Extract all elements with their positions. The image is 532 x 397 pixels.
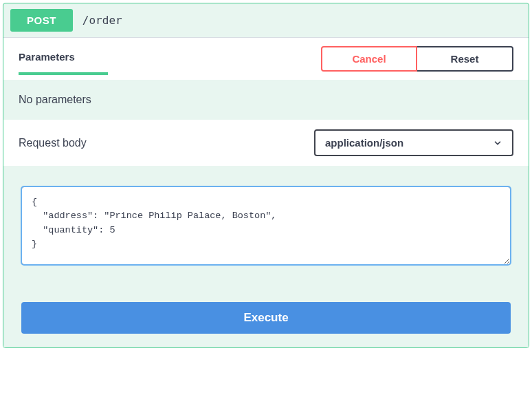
execute-button[interactable]: Execute [21,302,511,334]
chevron-down-icon [493,138,502,148]
endpoint-path: /order [82,14,122,27]
api-operation-panel: POST /order Parameters Cancel Reset No p… [3,3,529,348]
tab-actions: Cancel Reset [321,46,513,72]
content-type-select[interactable]: application/json [314,129,513,156]
request-body-header: Request body application/json [3,120,529,166]
operation-header[interactable]: POST /order [3,3,529,37]
cancel-button[interactable]: Cancel [321,46,417,72]
body-editor-section [3,166,529,275]
parameters-tab-bar: Parameters Cancel Reset [3,37,529,80]
request-body-label: Request body [19,137,87,149]
no-parameters-row: No parameters [3,80,529,120]
tab-parameters[interactable]: Parameters [19,51,108,75]
content-type-value: application/json [325,137,403,149]
http-method-badge: POST [10,9,73,32]
reset-button[interactable]: Reset [417,46,513,72]
execute-section: Execute [3,275,529,347]
request-body-textarea[interactable] [21,186,511,265]
